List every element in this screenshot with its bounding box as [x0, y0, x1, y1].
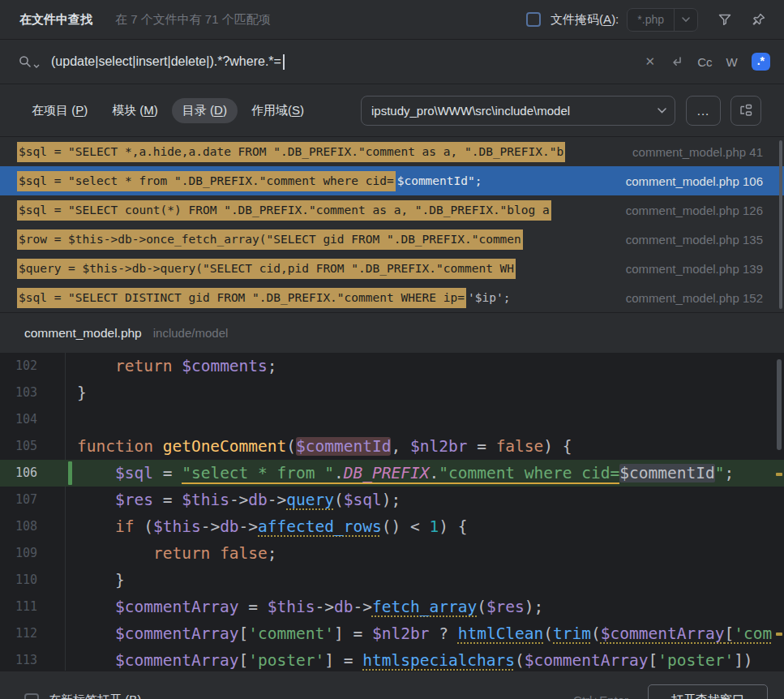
code-text: }: [77, 567, 125, 594]
code-text: function getOneComment($commentId, $nl2b…: [77, 433, 572, 460]
file-mask-label: 文件掩码(A):: [551, 12, 619, 28]
result-file-location: comment_model.php 106: [626, 174, 784, 188]
result-file-location: comment_model.php 126: [626, 204, 784, 217]
match-highlight: $query = $this->db->query("SELECT cid,pi…: [17, 259, 516, 279]
match-case-toggle[interactable]: Cc: [697, 55, 712, 69]
search-input[interactable]: (update|select|insert|delete|).*?where.*…: [51, 54, 281, 69]
code-line[interactable]: 111 $commentArray = $this->db->fetch_arr…: [0, 594, 784, 620]
shortcut-hint: Ctrl+Enter: [573, 693, 628, 699]
code-text: $res = $this->db->query($sql);: [77, 487, 401, 513]
result-file-location: comment_model.php 41: [632, 145, 784, 159]
result-row[interactable]: $row = $this->db->once_fetch_array("SELE…: [0, 225, 784, 254]
match-highlight: $sql = "SELECT *,a.hide,a.date FROM ".DB…: [17, 142, 565, 162]
directory-path-value: ipstudy_pro\WWW\src\include\model: [362, 104, 649, 118]
code-line[interactable]: 105function getOneComment($commentId, $n…: [0, 433, 784, 460]
pin-icon[interactable]: [752, 12, 766, 27]
match-highlight: $sql = "SELECT count(*) FROM ".DB_PREFIX…: [17, 200, 551, 221]
code-text: }: [77, 380, 87, 406]
line-number: 104: [0, 406, 37, 433]
match-highlight: $row = $this->db->once_fetch_array("SELE…: [17, 229, 523, 250]
code-preview-editor[interactable]: 102 return $comments;103}104105function …: [0, 353, 784, 671]
file-mask-checkbox[interactable]: [526, 12, 541, 27]
scope-tab-D[interactable]: 目录 (D): [172, 98, 238, 123]
file-mask-value: *.php: [628, 13, 674, 26]
open-in-new-tab-label: 在新标签打开 (B): [49, 693, 141, 699]
directory-path-combobox[interactable]: ipstudy_pro\WWW\src\include\model: [361, 96, 675, 126]
match-highlight: $sql = "SELECT DISTINCT gid FROM ".DB_PR…: [17, 288, 466, 308]
results-summary: 在 7 个文件中有 71 个匹配项: [115, 12, 271, 28]
code-text: $commentArray['comment'] = $nl2br ? html…: [77, 620, 772, 647]
code-text: if ($this->db->affected_rows() < 1) {: [77, 513, 467, 540]
text-cursor: [283, 54, 285, 70]
warning-stripe-mark[interactable]: [776, 633, 782, 636]
search-icon[interactable]: [18, 54, 32, 69]
newline-icon[interactable]: [669, 55, 683, 68]
match-rest-text: $commentId";: [397, 174, 482, 187]
code-line[interactable]: 112 $commentArray['comment'] = $nl2br ? …: [0, 620, 784, 647]
code-text: $commentArray['poster'] = htmlspecialcha…: [77, 647, 753, 671]
preview-file-name: comment_model.php: [24, 326, 142, 341]
code-line[interactable]: 107 $res = $this->db->query($sql);: [0, 487, 784, 513]
code-text: return false;: [77, 540, 277, 567]
regex-toggle[interactable]: .*: [752, 53, 770, 71]
result-file-location: comment_model.php 135: [626, 233, 784, 247]
line-number: 111: [0, 594, 37, 620]
result-file-location: comment_model.php 139: [626, 262, 784, 276]
result-row[interactable]: $sql = "select * from ".DB_PREFIX."comme…: [0, 166, 784, 195]
clear-search-icon[interactable]: ✕: [645, 54, 656, 69]
warning-stripe-mark[interactable]: [776, 473, 782, 476]
open-in-new-tab-checkbox[interactable]: [24, 693, 39, 699]
match-highlight: $sql = "select * from ".DB_PREFIX."comme…: [17, 171, 396, 191]
code-line[interactable]: 103}: [0, 380, 784, 406]
preview-file-path: include/model: [153, 326, 229, 340]
code-line[interactable]: 109 return false;: [0, 540, 784, 567]
result-row[interactable]: $query = $this->db->query("SELECT cid,pi…: [0, 254, 784, 283]
result-file-location: comment_model.php 152: [626, 291, 784, 305]
line-number: 106: [0, 460, 37, 487]
scope-bar: 在项目 (P)模块 (M)目录 (D)作用域(S) ipstudy_pro\WW…: [0, 84, 784, 136]
code-line[interactable]: 108 if ($this->db->affected_rows() < 1) …: [0, 513, 784, 540]
scope-tab-S[interactable]: 作用域(S): [241, 98, 315, 123]
result-row[interactable]: $sql = "SELECT *,a.hide,a.date FROM ".DB…: [0, 137, 784, 166]
line-number: 113: [0, 647, 37, 671]
search-history-chevron-icon[interactable]: [33, 64, 40, 69]
line-number: 112: [0, 620, 37, 647]
code-line[interactable]: 113 $commentArray['poster'] = htmlspecia…: [0, 647, 784, 671]
browse-directory-button[interactable]: ...: [686, 96, 721, 126]
results-scrollbar[interactable]: [779, 140, 782, 309]
code-text: $sql = "select * from ".DB_PREFIX."comme…: [77, 460, 734, 487]
results-list: $sql = "SELECT *,a.hide,a.date FROM ".DB…: [0, 136, 784, 312]
file-mask-combobox[interactable]: *.php: [627, 8, 698, 32]
code-line[interactable]: 102 return $comments;: [0, 353, 784, 380]
line-number: 110: [0, 567, 37, 594]
filter-icon[interactable]: [718, 12, 732, 27]
line-number: 105: [0, 433, 37, 460]
line-number: 108: [0, 513, 37, 540]
chevron-down-icon[interactable]: [674, 9, 697, 31]
search-field[interactable]: (update|select|insert|delete|).*?where.*…: [0, 39, 784, 84]
preview-file-header: comment_model.php include/model: [0, 312, 784, 353]
code-line[interactable]: 106 $sql = "select * from ".DB_PREFIX."c…: [0, 460, 784, 487]
chevron-down-icon[interactable]: [649, 108, 675, 114]
result-row[interactable]: $sql = "SELECT DISTINCT gid FROM ".DB_PR…: [0, 283, 784, 312]
line-number: 107: [0, 487, 37, 513]
scope-tab-P[interactable]: 在项目 (P): [21, 98, 98, 123]
dialog-title: 在文件中查找: [19, 12, 92, 28]
line-number: 103: [0, 380, 37, 406]
dialog-header: 在文件中查找 在 7 个文件中有 71 个匹配项 文件掩码(A): *.php: [0, 0, 784, 39]
line-number: 109: [0, 540, 37, 567]
match-rest-text: '$ip';: [468, 291, 510, 304]
code-line[interactable]: 110 }: [0, 567, 784, 594]
scope-tab-M[interactable]: 模块 (M): [101, 98, 169, 123]
code-text: $commentArray = $this->db->fetch_array($…: [77, 594, 543, 620]
line-number: 102: [0, 353, 37, 380]
result-row[interactable]: $sql = "SELECT count(*) FROM ".DB_PREFIX…: [0, 195, 784, 225]
scope-tabs: 在项目 (P)模块 (M)目录 (D)作用域(S): [21, 98, 315, 123]
words-toggle[interactable]: W: [726, 55, 737, 69]
open-find-window-button[interactable]: 打开查找窗口: [648, 684, 768, 699]
editor-scrollbar[interactable]: [777, 359, 782, 450]
code-text: return $comments;: [77, 353, 277, 380]
code-line[interactable]: 104: [0, 406, 784, 433]
dialog-footer: 在新标签打开 (B) Ctrl+Enter 打开查找窗口: [0, 671, 784, 699]
scope-tree-button[interactable]: [730, 96, 761, 126]
